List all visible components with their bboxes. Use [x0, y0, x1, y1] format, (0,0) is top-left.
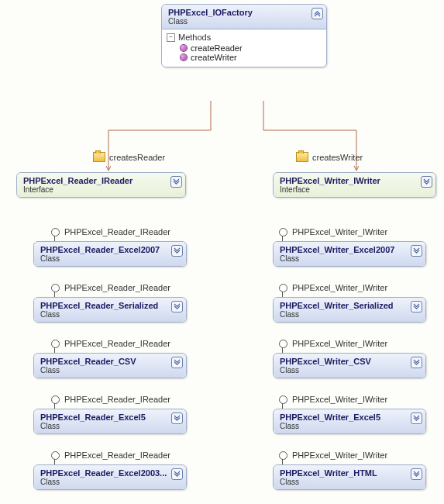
interface-node-reader[interactable]: PHPExcel_Reader_IReader Interface [16, 172, 186, 198]
class-title: PHPExcel_Reader_Serialized [40, 301, 181, 310]
class-node[interactable]: PHPExcel_Reader_Excel5Class [33, 409, 187, 434]
expand-icon[interactable] [171, 245, 183, 257]
relation-creates-writer: createsWriter [296, 152, 363, 162]
methods-section[interactable]: − Methods [167, 33, 322, 42]
lollipop-icon [51, 395, 60, 404]
implements-label: PHPExcel_Writer_IWriter [279, 283, 387, 292]
implements-text: PHPExcel_Reader_IReader [64, 395, 170, 404]
class-header: PHPExcel_Writer_HTMLClass [274, 465, 425, 489]
expand-icon[interactable] [411, 301, 422, 312]
implements-label: PHPExcel_Writer_IWriter [279, 450, 387, 460]
method-item[interactable]: createWriter [167, 53, 322, 62]
class-node[interactable]: PHPExcel_Reader_SerializedClass [33, 297, 187, 323]
lollipop-icon [51, 340, 60, 348]
interface-header: PHPExcel_Writer_IWriter Interface [274, 173, 435, 197]
class-node[interactable]: PHPExcel_Reader_Excel2003...Class [33, 464, 187, 490]
class-header: PHPExcel_Reader_Excel2007Class [34, 242, 186, 266]
method-name: createReader [191, 43, 243, 53]
expand-icon[interactable] [171, 301, 183, 312]
methods-label: Methods [178, 33, 211, 42]
interface-title: PHPExcel_Reader_IReader [23, 176, 181, 185]
collapse-icon[interactable] [311, 8, 323, 19]
class-header: PHPExcel_Writer_Excel2007Class [274, 242, 425, 266]
class-subtitle: Class [40, 366, 181, 375]
method-item[interactable]: createReader [167, 43, 322, 53]
lollipop-icon [51, 451, 60, 460]
implements-label: PHPExcel_Reader_IReader [51, 450, 170, 460]
class-header: PHPExcel_Reader_SerializedClass [34, 298, 186, 322]
interface-subtitle: Interface [280, 185, 431, 194]
method-icon [181, 45, 187, 51]
class-subtitle: Class [280, 310, 421, 319]
relation-text: createsWriter [312, 153, 363, 162]
lollipop-icon [51, 284, 60, 292]
class-header: PHPExcel_Reader_Excel2003...Class [34, 465, 186, 489]
interface-header: PHPExcel_Reader_IReader Interface [17, 173, 185, 197]
class-subtitle: Class [40, 310, 181, 319]
interface-title: PHPExcel_Writer_IWriter [280, 176, 431, 185]
class-node[interactable]: PHPExcel_Writer_Excel5Class [273, 409, 426, 434]
expand-icon[interactable] [411, 245, 422, 257]
class-title: PHPExcel_Reader_Excel2007 [40, 245, 181, 254]
implements-label: PHPExcel_Reader_IReader [51, 227, 170, 236]
implements-label: PHPExcel_Reader_IReader [51, 283, 170, 292]
class-node[interactable]: PHPExcel_Writer_CSVClass [273, 353, 426, 378]
class-subtitle: Class [280, 366, 421, 375]
class-node-iofactory[interactable]: PHPExcel_IOFactory Class − Methods creat… [161, 4, 327, 67]
class-title: PHPExcel_Writer_HTML [280, 468, 421, 478]
expand-icon[interactable] [411, 357, 422, 368]
relation-icon [93, 152, 105, 162]
interface-node-writer[interactable]: PHPExcel_Writer_IWriter Interface [273, 172, 436, 198]
lollipop-icon [279, 451, 287, 460]
class-subtitle: Class [40, 422, 181, 430]
class-header: PHPExcel_Writer_CSVClass [274, 354, 425, 378]
relation-icon [296, 152, 308, 162]
class-title: PHPExcel_Writer_CSV [280, 357, 421, 366]
lollipop-icon [279, 395, 287, 404]
implements-text: PHPExcel_Reader_IReader [64, 450, 170, 460]
expand-icon[interactable] [411, 413, 422, 424]
class-header: PHPExcel_Reader_CSVClass [34, 354, 186, 378]
class-header: PHPExcel_Writer_Excel5Class [274, 409, 425, 433]
class-subtitle: Class [280, 254, 421, 263]
class-node[interactable]: PHPExcel_Writer_SerializedClass [273, 297, 426, 323]
implements-label: PHPExcel_Writer_IWriter [279, 339, 387, 348]
implements-label: PHPExcel_Writer_IWriter [279, 395, 387, 404]
class-header: PHPExcel_Reader_Excel5Class [34, 409, 186, 433]
class-subtitle: Class [40, 254, 181, 263]
method-name: createWriter [191, 53, 237, 62]
implements-label: PHPExcel_Writer_IWriter [279, 227, 387, 236]
class-body: − Methods createReader createWriter [162, 29, 326, 67]
class-subtitle: Class [280, 478, 421, 486]
class-title: PHPExcel_IOFactory [168, 8, 322, 17]
expand-icon[interactable] [171, 357, 183, 368]
class-node[interactable]: PHPExcel_Writer_Excel2007Class [273, 241, 426, 267]
interface-subtitle: Interface [23, 185, 181, 194]
class-subtitle: Class [280, 422, 421, 430]
expand-icon[interactable] [171, 413, 183, 424]
implements-text: PHPExcel_Writer_IWriter [292, 283, 387, 292]
expand-icon[interactable] [170, 176, 182, 188]
class-node[interactable]: PHPExcel_Reader_Excel2007Class [33, 241, 187, 267]
minus-icon[interactable]: − [167, 33, 175, 42]
expand-icon[interactable] [411, 468, 422, 480]
relation-creates-reader: createsReader [93, 152, 165, 162]
implements-label: PHPExcel_Reader_IReader [51, 339, 170, 348]
implements-text: PHPExcel_Reader_IReader [64, 283, 170, 292]
relation-text: createsReader [109, 153, 165, 162]
class-header: PHPExcel_Writer_SerializedClass [274, 298, 425, 322]
implements-text: PHPExcel_Reader_IReader [64, 227, 170, 236]
expand-icon[interactable] [171, 468, 183, 480]
implements-text: PHPExcel_Writer_IWriter [292, 395, 387, 404]
implements-text: PHPExcel_Writer_IWriter [292, 227, 387, 236]
implements-label: PHPExcel_Reader_IReader [51, 395, 170, 404]
lollipop-icon [279, 228, 287, 236]
class-node[interactable]: PHPExcel_Writer_HTMLClass [273, 464, 426, 490]
implements-text: PHPExcel_Reader_IReader [64, 339, 170, 348]
class-title: PHPExcel_Reader_Excel2003... [40, 468, 181, 478]
class-title: PHPExcel_Writer_Serialized [280, 301, 421, 310]
class-header: PHPExcel_IOFactory Class [162, 5, 326, 29]
expand-icon[interactable] [421, 176, 432, 188]
class-node[interactable]: PHPExcel_Reader_CSVClass [33, 353, 187, 378]
class-title: PHPExcel_Writer_Excel2007 [280, 245, 421, 254]
